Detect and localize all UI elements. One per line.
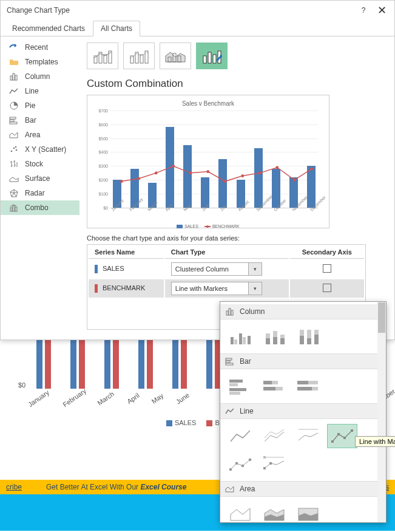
section-title: Custom Combination [87,78,387,90]
svg-rect-25 [203,56,206,63]
sidebar-item-area[interactable]: Area [1,128,79,142]
benchmark-marker-icon [95,284,98,293]
chart-preview[interactable]: Sales v Benchmark $0 $100 $200 $300 $400… [87,95,329,228]
svg-rect-66 [229,388,246,391]
sidebar-item-templates[interactable]: Templates [1,55,79,69]
x-axis-labels: JanuaryFebruaryMarchAprilMayJuneJulyAugu… [110,209,318,213]
popup-bar-clustered[interactable] [225,374,255,398]
column-icon [9,72,19,81]
sidebar-item-scatter[interactable]: X Y (Scatter) [1,142,79,157]
chart-legend: SALES BENCHMARK [93,224,323,228]
svg-rect-58 [307,338,311,344]
popup-group-bar[interactable]: Bar [220,353,377,369]
sidebar-item-surface[interactable]: Surface [1,171,79,186]
sidebar-item-stock[interactable]: Stock [1,157,79,171]
sidebar-item-recent[interactable]: Recent [1,40,79,55]
sidebar-item-radar[interactable]: Radar [1,186,79,200]
svg-rect-55 [300,330,304,336]
svg-rect-20 [140,55,143,63]
popup-area-stacked100[interactable] [293,502,323,526]
svg-rect-79 [351,429,353,432]
svg-rect-27 [213,55,216,63]
svg-rect-13 [15,207,17,211]
popup-area[interactable] [225,502,255,526]
chart-plot-area: $0 $100 $200 $300 $400 $500 $600 $700 [110,111,318,208]
radar-icon [9,188,19,198]
svg-rect-47 [243,337,246,344]
stock-icon [9,159,19,169]
banner-text: Get Better At Excel With Our Excel Cours… [46,483,186,491]
line-icon [225,406,235,416]
popup-group-line[interactable]: Line [220,403,377,419]
th-chart-type: Chart Type [165,246,289,259]
popup-line-markers-stacked[interactable] [225,452,255,476]
tab-recommended[interactable]: Recommended Charts [4,21,93,36]
popup-column-stacked100[interactable] [293,324,323,349]
svg-rect-42 [229,309,231,315]
svg-rect-73 [308,381,318,384]
svg-rect-64 [229,380,243,383]
scrollbar-thumb[interactable] [378,302,385,333]
folder-icon [9,57,19,67]
svg-rect-50 [266,338,270,344]
svg-rect-70 [263,387,275,390]
sidebar-item-column[interactable]: Column [1,69,79,84]
subscribe-link[interactable]: cribe [6,483,22,491]
popup-group-column[interactable]: Column [220,304,377,319]
series-row-benchmark: BENCHMARK Line with Markers ▾ [89,279,364,298]
chevron-down-icon: ▾ [248,282,262,295]
svg-rect-26 [208,52,211,63]
svg-rect-41 [226,311,228,315]
popup-line-stacked100[interactable] [293,424,323,448]
sidebar-item-bar[interactable]: Bar [1,113,79,128]
popup-bar-stacked[interactable] [259,374,289,398]
svg-rect-71 [275,387,283,390]
svg-rect-80 [229,468,232,471]
svg-rect-45 [234,339,237,344]
svg-rect-76 [331,440,334,443]
benchmark-secondary-axis-checkbox[interactable] [323,284,331,292]
sales-secondary-axis-checkbox[interactable] [323,264,331,273]
svg-rect-84 [263,467,266,469]
popup-column-clustered[interactable] [225,324,255,349]
popup-area-stacked[interactable] [259,502,289,526]
svg-rect-62 [226,361,230,363]
svg-point-7 [11,151,13,152]
sidebar-item-combo[interactable]: Combo [1,200,79,215]
svg-rect-63 [226,363,233,365]
help-button[interactable]: ? [354,6,373,15]
sales-marker-icon [95,265,98,273]
close-button[interactable]: ✕ [373,5,391,16]
svg-rect-86 [263,456,266,459]
th-secondary-axis: Secondary Axis [290,246,364,259]
sidebar-item-line[interactable]: Line [1,84,79,98]
svg-rect-18 [130,56,133,63]
popup-line[interactable] [225,424,255,448]
popup-column-stacked[interactable] [259,324,289,349]
area-icon [9,130,19,140]
svg-rect-11 [10,208,12,211]
chart-category-sidebar: Recent Templates Column Line Pie Bar Are… [1,36,79,339]
surface-icon [9,174,19,183]
sales-chart-type-dropdown[interactable]: Clustered Column ▾ [171,262,262,276]
popup-group-area[interactable]: Area [220,481,377,497]
svg-rect-57 [307,330,311,338]
subtype-combo-3[interactable] [160,43,191,69]
popup-scrollbar[interactable] [377,302,386,522]
titlebar: Change Chart Type ? ✕ [1,1,394,20]
svg-rect-52 [273,337,277,344]
subtype-combo-1[interactable] [87,43,118,69]
svg-point-9 [16,149,18,151]
svg-rect-78 [343,437,346,439]
tab-all-charts[interactable]: All Charts [93,21,140,36]
popup-line-stacked[interactable] [259,424,289,448]
popup-line-markers-stacked100[interactable] [259,452,289,476]
svg-rect-6 [10,122,17,124]
sidebar-item-pie[interactable]: Pie [1,98,79,113]
subtype-combo-custom[interactable] [196,43,228,69]
benchmark-chart-type-dropdown[interactable]: Line with Markers ▾ [171,282,262,295]
pie-icon [9,101,19,111]
subtype-combo-2[interactable] [123,43,155,69]
popup-bar-stacked100[interactable] [293,374,323,398]
popup-line-with-markers[interactable] [327,424,357,448]
